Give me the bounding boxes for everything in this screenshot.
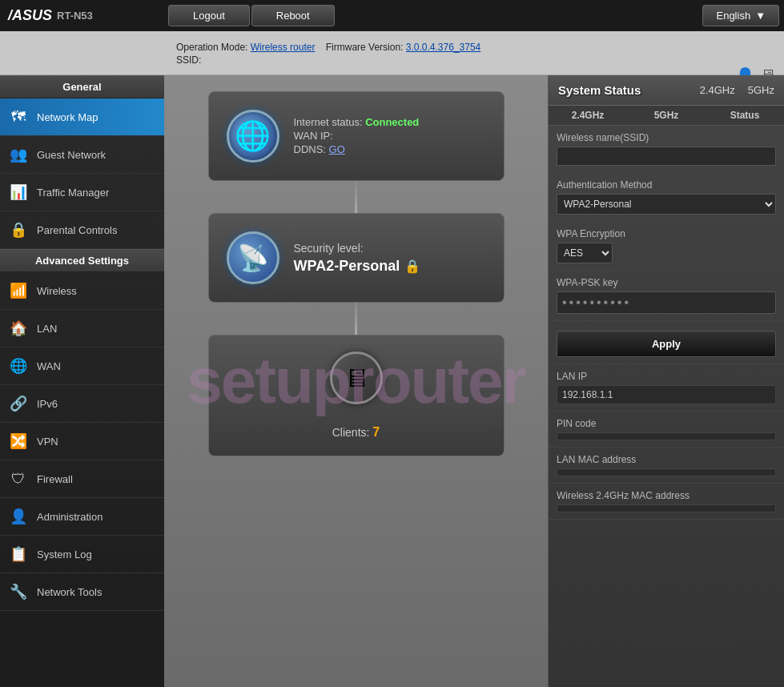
sidebar-item-parental-controls[interactable]: 🔒 Parental Controls (0, 211, 164, 249)
apply-section: Apply (549, 321, 784, 364)
language-selector[interactable]: English ▼ (702, 5, 779, 26)
lan-mac-section: LAN MAC address (549, 448, 784, 484)
wpa-enc-select[interactable]: AES (557, 243, 613, 263)
auth-method-label: Authentication Method (557, 179, 776, 191)
freq-24-label: 2.4GHz (700, 84, 735, 96)
wan-ip-line: WAN IP: (294, 130, 488, 142)
connector-1 (355, 181, 357, 213)
internet-status-value: Connected (365, 116, 419, 128)
main-layout: General 🗺 Network Map 👥 Guest Network 📊 … (0, 75, 784, 687)
guest-network-icon: 👥 (8, 144, 29, 165)
apply-button[interactable]: Apply (557, 331, 776, 357)
sidebar-item-administration[interactable]: 👤 Administration (0, 498, 164, 536)
pin-code-value (557, 432, 776, 440)
top-bar: /ASUS RT-N53 Logout Reboot English ▼ (0, 0, 784, 31)
sidebar-label-firewall: Firewall (37, 473, 73, 485)
wireless-24-mac-value (557, 504, 776, 512)
content-area: setuprouter Internet status: Connected W… (164, 75, 784, 687)
sidebar-item-firewall[interactable]: 🛡 Firewall (0, 460, 164, 498)
sidebar-label-traffic-manager: Traffic Manager (37, 187, 109, 199)
wan-icon: 🌐 (8, 356, 29, 376)
ssid-line: SSID: (176, 54, 776, 66)
ss-table-header: 2.4GHz 5GHz Status (549, 106, 784, 126)
language-label: English (716, 10, 750, 22)
sidebar-item-ipv6[interactable]: 🔗 IPv6 (0, 385, 164, 423)
sidebar-label-vpn: VPN (37, 436, 58, 448)
router-card-icon (225, 230, 281, 286)
col-status-header: Status (706, 106, 784, 125)
network-map-panel: setuprouter Internet status: Connected W… (164, 75, 548, 687)
logout-button[interactable]: Logout (168, 5, 250, 26)
auth-method-select[interactable]: WPA2-Personal (557, 194, 776, 215)
firewall-icon: 🛡 (8, 468, 29, 489)
sidebar-item-guest-network[interactable]: 👥 Guest Network (0, 136, 164, 174)
sidebar-item-wan[interactable]: 🌐 WAN (0, 348, 164, 385)
lock-icon: 🔒 (404, 259, 420, 274)
model-name: RT-N53 (57, 10, 93, 22)
logo-area: /ASUS RT-N53 (0, 7, 168, 24)
wireless-icon: 📶 (8, 280, 29, 301)
wireless-24-mac-section: Wireless 2.4GHz MAC address (549, 484, 784, 520)
router-card[interactable]: Security level: WPA2-Personal 🔒 (208, 213, 505, 303)
pin-code-label: PIN code (557, 418, 776, 429)
asus-logo: /ASUS (8, 7, 52, 24)
lan-ip-value: 192.168.1.1 (557, 385, 776, 404)
clients-card[interactable]: 🖥 Clients: 7 (208, 335, 505, 456)
sidebar-label-network-map: Network Map (37, 111, 99, 123)
ddns-line: DDNS: GO (294, 143, 488, 155)
administration-icon: 👤 (8, 506, 29, 527)
wpa-psk-input[interactable] (557, 291, 776, 314)
wpa-psk-section: WPA-PSK key (549, 271, 784, 321)
sidebar-item-network-tools[interactable]: 🔧 Network Tools (0, 573, 164, 611)
firmware-label: Firmware Version: (326, 42, 404, 53)
lan-ip-label: LAN IP (557, 371, 776, 382)
general-section-label: General (0, 75, 164, 98)
security-level-label: Security level: (294, 242, 488, 255)
firmware-link[interactable]: 3.0.0.4.376_3754 (406, 42, 480, 53)
freq-labels: 2.4GHz 5GHz (700, 84, 774, 96)
lan-mac-value (557, 468, 776, 476)
system-status-panel: System Status 2.4GHz 5GHz 2.4GHz 5GHz St… (548, 75, 784, 687)
clients-icon: 🖥 (330, 352, 383, 404)
wireless-ssid-label: Wireless name(SSID) (557, 132, 776, 143)
network-map-icon: 🗺 (8, 106, 29, 127)
router-card-info: Security level: WPA2-Personal 🔒 (294, 242, 488, 275)
wireless-ssid-section: Wireless name(SSID) (549, 126, 784, 173)
ddns-link[interactable]: GO (329, 143, 345, 155)
vpn-icon: 🔀 (8, 431, 29, 452)
op-mode-link[interactable]: Wireless router (251, 42, 316, 53)
sidebar-item-traffic-manager[interactable]: 📊 Traffic Manager (0, 174, 164, 211)
sidebar-label-system-log: System Log (37, 548, 92, 560)
sidebar-label-guest-network: Guest Network (37, 149, 106, 161)
sidebar-label-lan: LAN (37, 323, 57, 335)
wireless-ssid-input[interactable] (557, 147, 776, 166)
clients-count: 7 (372, 425, 380, 439)
parental-controls-icon: 🔒 (8, 219, 29, 240)
sidebar-item-lan[interactable]: 🏠 LAN (0, 310, 164, 348)
sidebar-item-wireless[interactable]: 📶 Wireless (0, 272, 164, 310)
sidebar-label-wan: WAN (37, 360, 61, 372)
sidebar: General 🗺 Network Map 👥 Guest Network 📊 … (0, 75, 164, 687)
language-chevron-icon: ▼ (755, 10, 766, 22)
sidebar-label-wireless: Wireless (37, 285, 77, 297)
op-mode-line: Operation Mode: Wireless router Firmware… (176, 42, 776, 53)
sidebar-label-ipv6: IPv6 (37, 398, 58, 410)
reboot-button[interactable]: Reboot (251, 5, 335, 26)
sidebar-item-network-map[interactable]: 🗺 Network Map (0, 98, 164, 136)
sidebar-label-administration: Administration (37, 511, 103, 523)
sidebar-item-vpn[interactable]: 🔀 VPN (0, 423, 164, 460)
auth-method-row: WPA2-Personal (557, 194, 776, 215)
auth-method-section: Authentication Method WPA2-Personal (549, 173, 784, 222)
sidebar-item-system-log[interactable]: 📋 System Log (0, 536, 164, 573)
wpa-enc-section: WPA Encryption AES (549, 222, 784, 271)
network-tools-icon: 🔧 (8, 581, 29, 602)
col-24-header: 2.4GHz (549, 106, 627, 125)
sidebar-label-parental-controls: Parental Controls (37, 224, 117, 236)
freq-5-label: 5GHz (748, 84, 774, 96)
internet-card[interactable]: Internet status: Connected WAN IP: DDNS:… (208, 91, 505, 181)
col-5-header: 5GHz (627, 106, 706, 125)
clients-label: Clients: 7 (332, 425, 380, 440)
lan-mac-label: LAN MAC address (557, 454, 776, 465)
traffic-manager-icon: 📊 (8, 182, 29, 203)
security-value: WPA2-Personal 🔒 (294, 258, 488, 275)
